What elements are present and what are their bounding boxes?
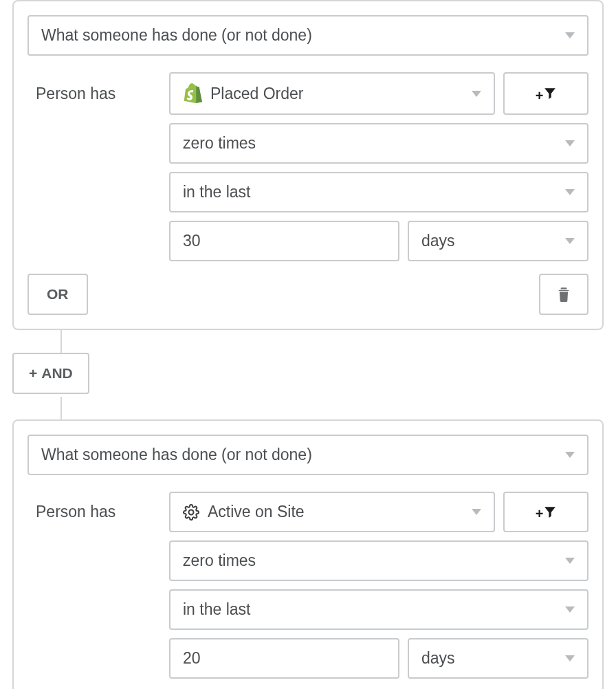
unit-label: days (421, 649, 455, 668)
timeframe-select[interactable]: in the last (169, 589, 588, 630)
metric-label: Placed Order (210, 85, 304, 103)
shopify-icon (183, 83, 202, 104)
chevron-down-icon (565, 238, 575, 244)
unit-select[interactable]: days (408, 638, 588, 679)
chevron-down-icon (565, 558, 575, 564)
add-filter-button[interactable]: + (503, 492, 588, 532)
unit-label: days (421, 232, 455, 250)
and-label: AND (41, 365, 73, 382)
chevron-down-icon (565, 655, 575, 661)
plus-icon: + (29, 365, 37, 382)
frequency-label: zero times (183, 551, 256, 570)
condition-type-label: What someone has done (or not done) (41, 446, 312, 464)
chevron-down-icon (565, 452, 575, 458)
condition-block: What someone has done (or not done) Pers… (12, 419, 604, 689)
timeframe-select[interactable]: in the last (169, 172, 588, 212)
chevron-down-icon (565, 189, 575, 195)
unit-select[interactable]: days (408, 221, 588, 261)
gear-icon (183, 504, 199, 521)
condition-block: What someone has done (or not done) Pers… (12, 0, 604, 330)
frequency-label: zero times (183, 134, 256, 153)
timeframe-label: in the last (183, 183, 250, 201)
and-button[interactable]: + AND (12, 353, 89, 394)
amount-input[interactable] (169, 638, 399, 679)
timeframe-label: in the last (183, 600, 250, 619)
funnel-icon (544, 87, 556, 100)
funnel-icon (544, 506, 556, 518)
chevron-down-icon (565, 606, 575, 613)
metric-select[interactable]: Placed Order (169, 72, 495, 115)
metric-label: Active on Site (208, 503, 305, 521)
chevron-down-icon (565, 140, 575, 146)
plus-icon: + (536, 88, 544, 104)
frequency-select[interactable]: zero times (169, 540, 588, 581)
add-filter-button[interactable]: + (503, 72, 588, 115)
condition-type-select[interactable]: What someone has done (or not done) (28, 435, 588, 475)
condition-type-select[interactable]: What someone has done (or not done) (28, 15, 588, 56)
subject-label: Person has (28, 492, 161, 532)
trash-icon (557, 287, 571, 302)
metric-select[interactable]: Active on Site (169, 492, 495, 532)
or-button[interactable]: OR (28, 274, 88, 315)
connector: + AND (12, 330, 616, 419)
amount-input[interactable] (169, 221, 399, 261)
condition-type-label: What someone has done (or not done) (41, 26, 312, 45)
chevron-down-icon (472, 509, 481, 515)
subject-label: Person has (28, 72, 161, 115)
delete-button[interactable] (539, 274, 588, 315)
chevron-down-icon (565, 32, 575, 39)
frequency-select[interactable]: zero times (169, 123, 588, 164)
plus-icon: + (536, 506, 544, 522)
chevron-down-icon (472, 91, 481, 97)
